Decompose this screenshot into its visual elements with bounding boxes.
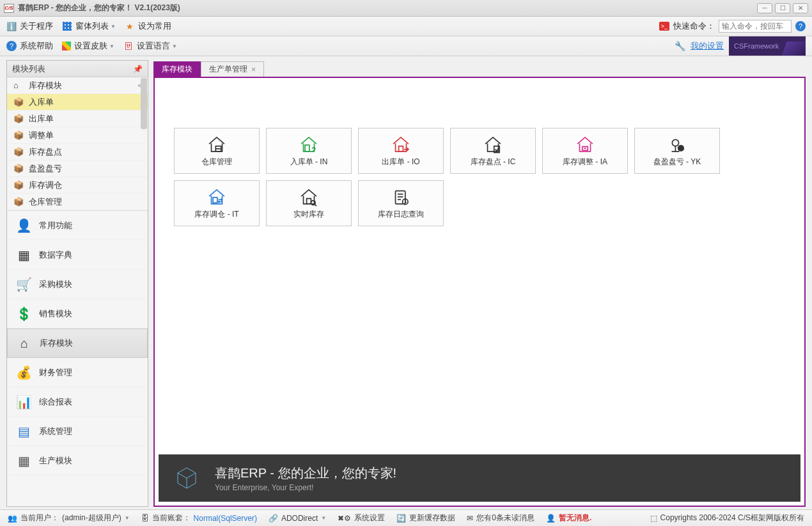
about-menu[interactable]: ℹ️关于程序 [6, 20, 53, 32]
svg-rect-10 [307, 198, 311, 204]
tree-item-label: 出库单 [29, 113, 54, 125]
minimize-button[interactable]: ─ [757, 3, 772, 13]
tree-item-label: 库存盘点 [29, 146, 62, 158]
tile-label: 入库单 - IN [290, 157, 328, 167]
terminal-icon: >_ [659, 22, 669, 31]
module-icon: 👤 [16, 218, 31, 233]
wrench-icon: 🔧 [675, 41, 685, 51]
tile-label: 实时库存 [293, 209, 324, 220]
status-user[interactable]: 👥当前用户：(admin-超级用户)▼ [8, 513, 130, 523]
quickcmd-input[interactable] [719, 20, 792, 33]
module-item[interactable]: ⌂库存模块 [7, 329, 148, 358]
tile-balance[interactable]: %盘盈盘亏 - YK [634, 128, 720, 174]
pin-icon[interactable]: 📌 [133, 65, 143, 73]
footer-banner: 喜鹊ERP - 您的企业，您的专家! Your Enterprise, Your… [159, 454, 800, 502]
setskin-menu[interactable]: 设置皮肤▼ [62, 40, 114, 52]
palette-icon [62, 42, 71, 50]
svg-rect-2 [305, 144, 309, 151]
tree-scrollbar[interactable] [141, 78, 147, 129]
status-copyright: ⬚Copyrights 2006-2024 C/S框架网版权所有 [650, 513, 804, 523]
status-sysset[interactable]: ✖⚙系统设置 [338, 513, 385, 523]
banner-title: 喜鹊ERP - 您的企业，您的专家! [215, 465, 396, 482]
svg-text:%: % [679, 146, 683, 150]
svg-rect-9 [213, 197, 217, 203]
module-icon: ▦ [16, 247, 31, 263]
status-messages[interactable]: ✉您有0条未读消息 [467, 513, 535, 523]
sidebar: 模块列表 📌 ⌂ 库存模块 « 📦入库单📦出库单📦调整单📦库存盘点📦盘盈盘亏📦库… [6, 60, 148, 507]
syshelp-menu[interactable]: ?系统帮助 [6, 40, 53, 52]
module-item[interactable]: ▦生产模块 [7, 446, 148, 476]
tree-item[interactable]: 📦出库单 [7, 111, 148, 127]
formlist-menu[interactable]: 窗体列表▼ [62, 20, 116, 32]
module-icon: 💰 [16, 365, 31, 380]
module-icon: 📊 [16, 394, 31, 410]
help-icon[interactable]: ? [795, 21, 806, 31]
module-label: 财务管理 [39, 367, 72, 378]
module-item[interactable]: ▤系统管理 [7, 417, 148, 446]
box-icon: 📦 [13, 97, 24, 107]
svg-line-12 [315, 204, 316, 206]
tile-label: 仓库管理 [201, 157, 232, 167]
module-label: 采购模块 [39, 279, 72, 290]
tree-item[interactable]: 📦盘盈盘亏 [7, 160, 148, 177]
svg-rect-3 [399, 146, 403, 151]
tree-item[interactable]: 📦库存调仓 [7, 177, 148, 194]
box-icon: 📦 [13, 114, 24, 124]
box-icon: 📦 [13, 164, 24, 174]
module-item[interactable]: 🛒采购模块 [7, 270, 148, 299]
tab[interactable]: 库存模块 [153, 61, 201, 77]
box-icon: 📦 [13, 147, 24, 157]
tab[interactable]: 生产单管理× [201, 61, 264, 77]
tree-item[interactable]: 📦入库单 [7, 94, 148, 111]
cube-icon [171, 463, 202, 493]
tab-label: 库存模块 [162, 64, 192, 75]
module-icon: ▦ [16, 453, 31, 468]
tile-label: 出库单 - IO [382, 157, 419, 167]
info-icon: ℹ️ [6, 21, 17, 31]
module-icon: ⌂ [17, 336, 32, 351]
tree-item[interactable]: 📦仓库管理 [7, 194, 148, 210]
star-icon: ★ [125, 21, 135, 31]
quickcmd-label: 快速命令： [673, 20, 715, 32]
module-item[interactable]: 📊综合报表 [7, 387, 148, 417]
tree-header[interactable]: ⌂ 库存模块 « [7, 77, 148, 94]
tree-item[interactable]: 📦调整单 [7, 127, 148, 144]
setdefault-menu[interactable]: ★设为常用 [125, 20, 171, 32]
tile-in[interactable]: 入库单 - IN [266, 128, 352, 174]
tree-item-label: 盘盈盘亏 [29, 163, 62, 174]
tile-log[interactable]: 库存日志查询 [358, 180, 444, 226]
module-label: 常用功能 [39, 220, 72, 231]
tile-check[interactable]: 库存盘点 - IC [450, 128, 536, 174]
module-item[interactable]: 💰财务管理 [7, 358, 148, 387]
module-icon: ▤ [16, 424, 31, 439]
module-item[interactable]: 👤常用功能 [7, 211, 148, 240]
mysettings-link[interactable]: 我的设置 [691, 40, 724, 52]
language-icon: 🈂 [123, 41, 134, 51]
tile-label: 库存盘点 - IC [471, 157, 516, 167]
tile-label: 库存日志查询 [378, 209, 424, 220]
tile-adjust[interactable]: 库存调整 - IA [542, 128, 628, 174]
module-label: 综合报表 [39, 396, 72, 408]
tile-warehouse[interactable]: 仓库管理 [174, 128, 260, 174]
question-icon: ? [6, 41, 17, 51]
quick-command: >_ 快速命令： ? [659, 20, 806, 33]
tab-close-icon[interactable]: × [251, 65, 256, 74]
tile-transfer[interactable]: 库存调仓 - IT [174, 180, 260, 226]
home-icon: ⌂ [13, 81, 24, 91]
svg-line-19 [405, 201, 407, 203]
close-button[interactable]: ✕ [793, 3, 808, 13]
status-ado[interactable]: 🔗ADODirect▼ [269, 514, 326, 523]
module-list: 👤常用功能▦数据字典🛒采购模块💲销售模块⌂库存模块💰财务管理📊综合报表▤系统管理… [7, 211, 148, 506]
tile-realtime[interactable]: 实时库存 [266, 180, 352, 226]
status-refresh[interactable]: 🔄更新缓存数据 [396, 513, 455, 523]
sidebar-tree: ⌂ 库存模块 « 📦入库单📦出库单📦调整单📦库存盘点📦盘盈盘亏📦库存调仓📦仓库管… [7, 77, 148, 211]
csframework-banner[interactable]: CSFramework [729, 36, 806, 56]
setlang-menu[interactable]: 🈂设置语言▼ [123, 40, 177, 52]
module-item[interactable]: ▦数据字典 [7, 240, 148, 270]
tree-item[interactable]: 📦库存盘点 [7, 144, 148, 160]
module-item[interactable]: 💲销售模块 [7, 299, 148, 329]
maximize-button[interactable]: ☐ [775, 3, 790, 13]
tile-out[interactable]: 出库单 - IO [358, 128, 444, 174]
gear-icon: ✖⚙ [338, 514, 351, 523]
tile-label: 库存调仓 - IT [194, 209, 238, 220]
